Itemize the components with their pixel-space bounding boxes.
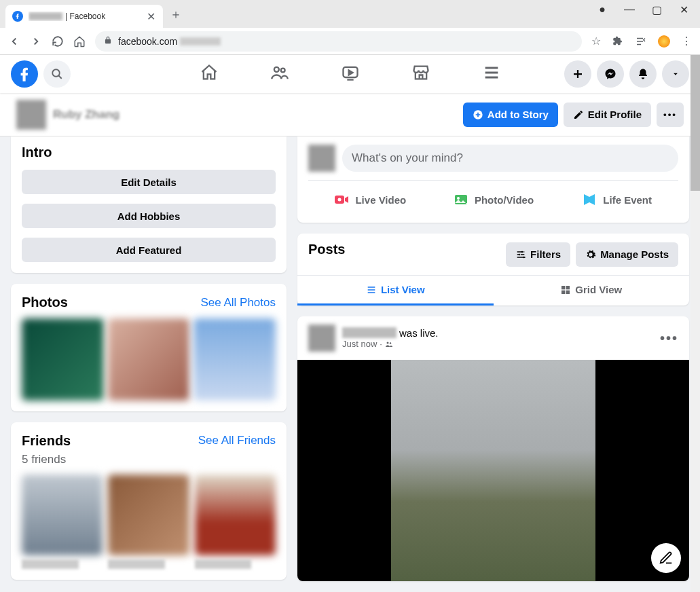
nav-friends-icon[interactable] [265,58,295,90]
svg-point-11 [523,256,525,258]
friend-item[interactable] [108,475,189,569]
new-tab-button[interactable]: ＋ [170,6,182,22]
intro-card: Intro Edit Details Add Hobbies Add Featu… [11,136,287,273]
photo-video-icon [453,191,469,208]
svg-rect-15 [566,290,570,293]
add-featured-button[interactable]: Add Featured [22,238,276,262]
notifications-button[interactable] [629,60,657,88]
url-field[interactable]: facebook.com [95,31,582,52]
nav-menu-icon[interactable] [477,58,506,90]
browser-toolbar: facebook.com ☆ ⋮ [0,28,700,55]
photos-heading: Photos [22,295,68,310]
posts-header-card: Posts Filters Manage Posts List View [297,234,689,306]
friend-item[interactable] [22,475,103,569]
manage-posts-button[interactable]: Manage Posts [576,242,678,267]
friends-card: Friends See All Friends 5 friends [11,422,287,580]
post-activity: was live. [399,327,439,339]
plus-circle-icon [473,109,483,120]
post-author-avatar[interactable] [308,325,335,352]
account-icon[interactable]: ● [598,5,606,14]
pencil-icon [573,109,584,120]
list-view-tab[interactable]: List View [297,276,494,306]
nav-home-icon[interactable] [194,58,224,90]
nav-marketplace-icon[interactable] [406,58,436,90]
add-hobbies-button[interactable]: Add Hobbies [22,204,276,228]
bookmark-star-icon[interactable]: ☆ [591,35,601,48]
search-button[interactable] [43,60,71,88]
scrollbar[interactable] [690,55,700,592]
url-text: facebook.com [118,36,177,47]
post-author-name[interactable] [342,327,397,338]
svg-point-1 [274,67,278,72]
composer-card: What's on your mind? Live Video Photo/Vi… [297,136,689,223]
svg-point-6 [338,198,342,202]
friends-count: 5 friends [22,453,276,466]
browser-tab[interactable]: | Facebook ✕ [5,5,163,28]
edit-profile-button[interactable]: Edit Profile [564,103,651,127]
add-to-story-button[interactable]: Add to Story [463,103,558,127]
photo-video-button[interactable]: Photo/Video [432,187,555,212]
photo-thumbnail[interactable] [194,318,276,401]
maximize-icon[interactable]: ▢ [652,5,661,14]
composer-avatar[interactable] [308,145,335,172]
profile-name: Ruby Zhang [53,108,119,122]
close-window-icon[interactable]: ✕ [680,5,688,14]
messenger-button[interactable] [597,60,624,88]
browser-menu-icon[interactable]: ⋮ [681,35,692,48]
see-all-friends-link[interactable]: See All Friends [198,434,276,447]
reload-button[interactable] [52,35,64,48]
post-media[interactable] [297,360,689,581]
lock-icon [103,35,113,47]
post-menu-button[interactable]: ••• [660,331,678,346]
filters-button[interactable]: Filters [506,242,570,267]
svg-rect-12 [561,286,565,289]
svg-point-0 [52,69,60,77]
create-button[interactable] [564,60,591,88]
intro-heading: Intro [22,145,276,160]
see-all-photos-link[interactable]: See All Photos [200,296,276,310]
extension-badge-icon[interactable] [658,35,670,48]
profile-avatar[interactable] [16,100,46,130]
list-icon [366,284,377,295]
edit-details-button[interactable]: Edit Details [22,170,276,194]
grid-view-tab[interactable]: Grid View [494,276,690,306]
filters-icon [515,249,526,260]
reading-list-icon[interactable] [635,35,647,48]
forward-button[interactable] [30,35,42,48]
facebook-logo[interactable] [11,60,38,88]
live-video-button[interactable]: Live Video [308,187,432,212]
live-video-icon [333,191,350,208]
photos-card: Photos See All Photos [11,284,287,411]
profile-more-button[interactable]: ••• [657,103,684,127]
friend-item[interactable] [195,475,276,569]
nav-watch-icon[interactable] [335,58,365,90]
home-button[interactable] [73,35,86,48]
account-dropdown[interactable] [662,60,689,88]
posts-heading: Posts [308,242,345,257]
scrollbar-thumb[interactable] [690,55,700,191]
profile-content: Intro Edit Details Add Hobbies Add Featu… [0,136,700,592]
grid-icon [560,284,571,295]
composer-input[interactable]: What's on your mind? [342,145,678,172]
photo-thumbnail[interactable] [108,318,190,401]
svg-point-10 [519,253,521,255]
life-event-icon [581,191,597,208]
window-controls: ● — ▢ ✕ [586,0,700,19]
audience-friends-icon [385,340,393,348]
back-button[interactable] [8,35,20,48]
facebook-favicon [12,11,23,22]
friends-heading: Friends [22,433,71,449]
browser-tab-strip: | Facebook ✕ ＋ ● — ▢ ✕ [0,0,700,28]
svg-point-8 [457,197,460,200]
life-event-button[interactable]: Life Event [555,187,678,212]
photo-thumbnail[interactable] [22,318,104,401]
tab-title: | Facebook [29,12,140,21]
extensions-icon[interactable] [612,35,624,48]
svg-point-16 [386,341,388,344]
compose-fab[interactable] [651,543,681,573]
gear-icon [585,249,596,260]
svg-point-2 [280,69,284,73]
svg-rect-14 [561,290,565,293]
minimize-icon[interactable]: — [625,5,633,14]
tab-close-icon[interactable]: ✕ [145,11,156,22]
